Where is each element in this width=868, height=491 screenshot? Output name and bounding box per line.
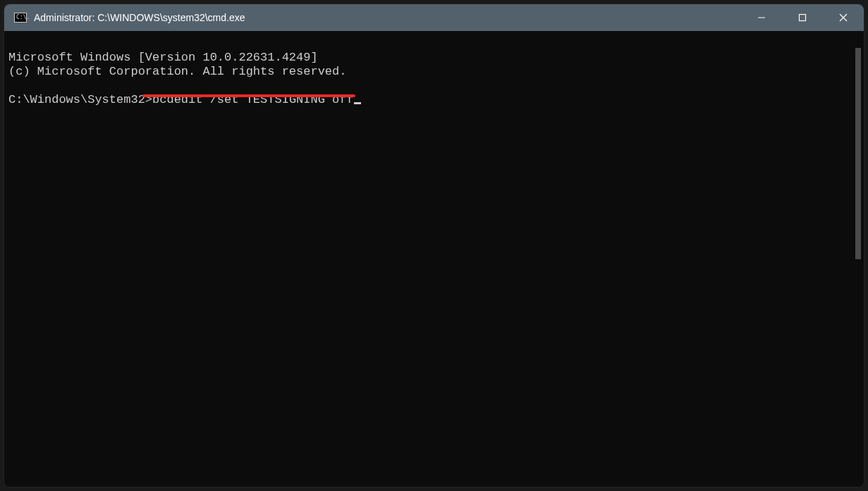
terminal-area[interactable]: Microsoft Windows [Version 10.0.22631.42… [4, 31, 864, 487]
close-icon [839, 13, 848, 22]
annotation-underline [142, 94, 355, 97]
minimize-button[interactable] [741, 4, 782, 31]
cmd-icon: C:\. [14, 13, 27, 23]
window-title: Administrator: C:\WINDOWS\system32\cmd.e… [34, 12, 245, 23]
scrollbar[interactable] [852, 37, 861, 481]
terminal-content: Microsoft Windows [Version 10.0.22631.42… [8, 37, 847, 121]
maximize-button[interactable] [782, 4, 823, 31]
terminal-line-version: Microsoft Windows [Version 10.0.22631.42… [8, 51, 318, 64]
minimize-icon [757, 13, 766, 22]
cmd-icon-glyph: C:\. [16, 15, 30, 20]
terminal-prompt: C:\Windows\System32> [8, 93, 152, 106]
terminal-line-copyright: (c) Microsoft Corporation. All rights re… [8, 65, 346, 78]
close-button[interactable] [823, 4, 864, 31]
titlebar[interactable]: C:\. Administrator: C:\WINDOWS\system32\… [4, 4, 864, 31]
terminal-cursor [354, 102, 361, 104]
svg-rect-1 [800, 15, 806, 21]
maximize-icon [798, 13, 807, 22]
scrollbar-thumb[interactable] [855, 48, 861, 259]
cmd-window: C:\. Administrator: C:\WINDOWS\system32\… [4, 4, 864, 487]
